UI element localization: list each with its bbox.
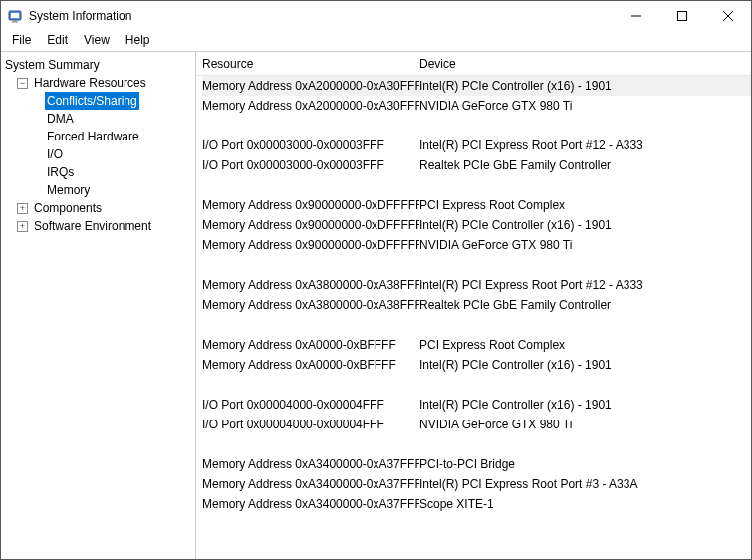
table-row[interactable]: Memory Address 0xA0000-0xBFFFFPCI Expres… bbox=[202, 335, 751, 355]
tree-hwres[interactable]: − Hardware Resources bbox=[3, 74, 193, 92]
window-controls bbox=[614, 1, 751, 31]
window-title: System Information bbox=[29, 9, 614, 23]
close-icon bbox=[723, 11, 733, 21]
minimize-button[interactable] bbox=[614, 1, 659, 31]
cell-resource: Memory Address 0xA2000000-0xA30FFF... bbox=[202, 99, 419, 113]
titlebar[interactable]: System Information bbox=[1, 1, 751, 31]
cell-device: NVIDIA GeForce GTX 980 Ti bbox=[419, 238, 751, 252]
cell-device: PCI-to-PCI Bridge bbox=[419, 457, 751, 471]
tree-io[interactable]: I/O bbox=[3, 145, 193, 163]
cell-resource: I/O Port 0x00003000-0x00003FFF bbox=[202, 139, 419, 152]
cell-device: Intel(R) PCI Express Root Port #12 - A33… bbox=[419, 278, 751, 292]
menu-view[interactable]: View bbox=[77, 32, 117, 48]
tree-irqs-label: IRQs bbox=[45, 163, 76, 181]
cell-resource: Memory Address 0x90000000-0xDFFFFF... bbox=[202, 198, 419, 212]
table-row bbox=[202, 255, 751, 275]
tree-components-label: Components bbox=[32, 199, 104, 217]
maximize-button[interactable] bbox=[659, 1, 705, 31]
table-row[interactable]: Memory Address 0xA2000000-0xA30FFF...NVI… bbox=[202, 96, 751, 116]
tree-dma[interactable]: DMA bbox=[3, 110, 193, 128]
tree-root[interactable]: System Summary bbox=[3, 56, 193, 74]
tree-conflicts[interactable]: Conflicts/Sharing bbox=[3, 92, 193, 110]
cell-device: PCI Express Root Complex bbox=[419, 198, 751, 212]
col-header-resource[interactable]: Resource bbox=[202, 57, 419, 71]
close-button[interactable] bbox=[705, 1, 751, 31]
list-rows[interactable]: Memory Address 0xA2000000-0xA30FFF...Int… bbox=[196, 76, 751, 559]
cell-resource: Memory Address 0x90000000-0xDFFFFF... bbox=[202, 218, 419, 232]
cell-device: Intel(R) PCIe Controller (x16) - 1901 bbox=[419, 398, 751, 412]
tree-panel[interactable]: System Summary − Hardware Resources Conf… bbox=[1, 52, 196, 559]
tree-root-label: System Summary bbox=[3, 56, 102, 74]
cell-resource: Memory Address 0xA3800000-0xA38FFF... bbox=[202, 298, 419, 312]
table-row bbox=[202, 375, 751, 395]
cell-device: NVIDIA GeForce GTX 980 Ti bbox=[419, 418, 751, 431]
cell-device: Scope XITE-1 bbox=[419, 497, 751, 511]
expand-icon[interactable]: + bbox=[17, 221, 28, 232]
table-row[interactable]: Memory Address 0xA3800000-0xA38FFF...Int… bbox=[202, 275, 751, 295]
cell-resource: Memory Address 0xA3400000-0xA37FFF... bbox=[202, 457, 419, 471]
tree-softenv-label: Software Environment bbox=[32, 217, 153, 235]
list-panel: Resource Device Memory Address 0xA200000… bbox=[196, 52, 751, 559]
menubar: File Edit View Help bbox=[1, 31, 751, 51]
minimize-icon bbox=[631, 11, 641, 21]
table-row[interactable]: Memory Address 0xA2000000-0xA30FFF...Int… bbox=[202, 76, 751, 96]
cell-resource: Memory Address 0xA3800000-0xA38FFF... bbox=[202, 278, 419, 292]
svg-rect-5 bbox=[678, 12, 687, 21]
sysinfo-icon bbox=[7, 8, 23, 24]
cell-device: Intel(R) PCIe Controller (x16) - 1901 bbox=[419, 79, 751, 93]
tree-conflicts-label: Conflicts/Sharing bbox=[45, 92, 139, 110]
svg-rect-3 bbox=[12, 22, 19, 23]
cell-device: NVIDIA GeForce GTX 980 Ti bbox=[419, 99, 751, 113]
cell-resource: Memory Address 0xA3400000-0xA37FFF... bbox=[202, 477, 419, 491]
cell-resource: I/O Port 0x00004000-0x00004FFF bbox=[202, 418, 419, 431]
cell-resource: Memory Address 0xA3400000-0xA37FFF... bbox=[202, 497, 419, 511]
tree-dma-label: DMA bbox=[45, 110, 76, 128]
cell-device: Intel(R) PCI Express Root Port #12 - A33… bbox=[419, 139, 751, 152]
tree-forced-label: Forced Hardware bbox=[45, 128, 141, 145]
table-row bbox=[202, 315, 751, 335]
table-row[interactable]: Memory Address 0xA3400000-0xA37FFF...Int… bbox=[202, 474, 751, 494]
tree-memory-label: Memory bbox=[45, 181, 92, 199]
expand-icon[interactable]: + bbox=[17, 203, 28, 214]
menu-edit[interactable]: Edit bbox=[40, 32, 75, 48]
table-row[interactable]: I/O Port 0x00004000-0x00004FFFIntel(R) P… bbox=[202, 395, 751, 415]
table-row[interactable]: I/O Port 0x00003000-0x00003FFFRealtek PC… bbox=[202, 155, 751, 175]
cell-resource: Memory Address 0x90000000-0xDFFFFF... bbox=[202, 238, 419, 252]
table-row[interactable]: Memory Address 0x90000000-0xDFFFFF...NVI… bbox=[202, 235, 751, 255]
cell-device: Intel(R) PCIe Controller (x16) - 1901 bbox=[419, 218, 751, 232]
cell-device: Realtek PCIe GbE Family Controller bbox=[419, 158, 751, 172]
table-row bbox=[202, 434, 751, 454]
body: System Summary − Hardware Resources Conf… bbox=[1, 51, 751, 559]
table-row[interactable]: I/O Port 0x00003000-0x00003FFFIntel(R) P… bbox=[202, 136, 751, 155]
cell-device: Realtek PCIe GbE Family Controller bbox=[419, 298, 751, 312]
tree-softenv[interactable]: + Software Environment bbox=[3, 217, 193, 235]
cell-resource: I/O Port 0x00004000-0x00004FFF bbox=[202, 398, 419, 412]
maximize-icon bbox=[677, 11, 687, 21]
table-row[interactable]: Memory Address 0xA3400000-0xA37FFF...PCI… bbox=[202, 454, 751, 474]
svg-rect-2 bbox=[13, 20, 17, 22]
tree-components[interactable]: + Components bbox=[3, 199, 193, 217]
table-row[interactable]: Memory Address 0xA3400000-0xA37FFF...Sco… bbox=[202, 494, 751, 514]
cell-resource: Memory Address 0xA0000-0xBFFFF bbox=[202, 338, 419, 352]
cell-device: Intel(R) PCIe Controller (x16) - 1901 bbox=[419, 358, 751, 372]
tree-memory[interactable]: Memory bbox=[3, 181, 193, 199]
cell-device: PCI Express Root Complex bbox=[419, 338, 751, 352]
tree-irqs[interactable]: IRQs bbox=[3, 163, 193, 181]
list-header[interactable]: Resource Device bbox=[196, 52, 751, 76]
table-row[interactable]: Memory Address 0x90000000-0xDFFFFF...Int… bbox=[202, 215, 751, 235]
table-row[interactable]: I/O Port 0x00004000-0x00004FFFNVIDIA GeF… bbox=[202, 415, 751, 434]
collapse-icon[interactable]: − bbox=[17, 78, 28, 89]
svg-rect-1 bbox=[11, 13, 19, 18]
table-row[interactable]: Memory Address 0xA0000-0xBFFFFIntel(R) P… bbox=[202, 355, 751, 375]
window: System Information File Edit View Help S… bbox=[0, 0, 752, 560]
tree-hwres-label: Hardware Resources bbox=[32, 74, 148, 92]
table-row[interactable]: Memory Address 0x90000000-0xDFFFFF...PCI… bbox=[202, 195, 751, 215]
cell-resource: I/O Port 0x00003000-0x00003FFF bbox=[202, 158, 419, 172]
col-header-device[interactable]: Device bbox=[419, 57, 751, 71]
menu-help[interactable]: Help bbox=[119, 32, 157, 48]
tree-forced[interactable]: Forced Hardware bbox=[3, 128, 193, 145]
table-row[interactable]: Memory Address 0xA3800000-0xA38FFF...Rea… bbox=[202, 295, 751, 315]
cell-device: Intel(R) PCI Express Root Port #3 - A33A bbox=[419, 477, 751, 491]
menu-file[interactable]: File bbox=[5, 32, 38, 48]
table-row bbox=[202, 175, 751, 195]
